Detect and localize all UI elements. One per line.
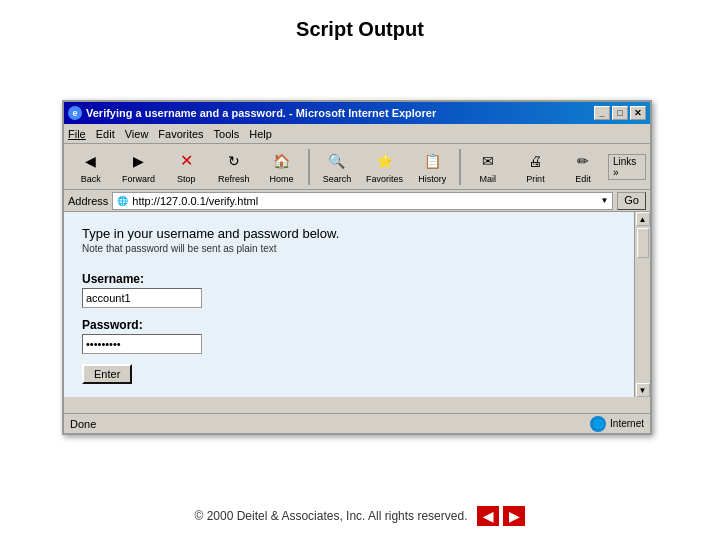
status-bar: Done 🌐 Internet — [64, 413, 650, 433]
copyright-text: © 2000 Deitel & Associates, Inc. All rig… — [195, 509, 468, 523]
toolbar-separator-2 — [459, 149, 461, 185]
prev-button[interactable]: ◀ — [477, 506, 499, 526]
back-button[interactable]: ◀ Back — [68, 147, 114, 187]
next-button[interactable]: ▶ — [503, 506, 525, 526]
home-icon: 🏠 — [270, 150, 292, 172]
address-input-wrap: 🌐 ▼ — [112, 192, 613, 210]
footer-nav: ◀ ▶ — [477, 506, 525, 526]
toolbar: ◀ Back ▶ Forward ✕ Stop ↻ Refresh 🏠 Home… — [64, 144, 650, 190]
stop-button[interactable]: ✕ Stop — [163, 147, 209, 187]
search-label: Search — [323, 174, 352, 184]
search-icon: 🔍 — [326, 150, 348, 172]
print-button[interactable]: 🖨 Print — [513, 147, 559, 187]
address-input[interactable] — [132, 195, 596, 207]
address-favicon: 🌐 — [117, 196, 128, 206]
home-label: Home — [269, 174, 293, 184]
menu-help[interactable]: Help — [249, 128, 272, 140]
refresh-icon: ↻ — [223, 150, 245, 172]
content-note: Note that password will be sent as plain… — [82, 243, 632, 254]
links-button[interactable]: Links » — [608, 154, 646, 180]
page-title: Script Output — [0, 0, 720, 51]
history-button[interactable]: 📋 History — [409, 147, 455, 187]
history-icon: 📋 — [421, 150, 443, 172]
search-button[interactable]: 🔍 Search — [314, 147, 360, 187]
menu-tools[interactable]: Tools — [214, 128, 240, 140]
scroll-thumb[interactable] — [637, 228, 649, 258]
address-dropdown-arrow[interactable]: ▼ — [600, 196, 608, 205]
back-label: Back — [81, 174, 101, 184]
print-label: Print — [526, 174, 545, 184]
stop-label: Stop — [177, 174, 196, 184]
mail-button[interactable]: ✉ Mail — [465, 147, 511, 187]
forward-button[interactable]: ▶ Forward — [116, 147, 162, 187]
links-area: Links » — [608, 154, 646, 180]
edit-button[interactable]: ✏ Edit — [560, 147, 606, 187]
footer: © 2000 Deitel & Associates, Inc. All rig… — [0, 506, 720, 526]
browser-icon: e — [68, 106, 82, 120]
favorites-icon: ⭐ — [374, 150, 396, 172]
status-zone: Internet — [610, 418, 644, 429]
mail-label: Mail — [479, 174, 496, 184]
status-right: 🌐 Internet — [590, 416, 644, 432]
forward-label: Forward — [122, 174, 155, 184]
menu-edit[interactable]: Edit — [96, 128, 115, 140]
refresh-button[interactable]: ↻ Refresh — [211, 147, 257, 187]
edit-label: Edit — [575, 174, 591, 184]
scroll-up-button[interactable]: ▲ — [636, 212, 650, 226]
refresh-label: Refresh — [218, 174, 250, 184]
print-icon: 🖨 — [524, 150, 546, 172]
browser-window: e Verifying a username and a password. -… — [62, 100, 652, 435]
toolbar-separator-1 — [308, 149, 310, 185]
maximize-button[interactable]: □ — [612, 106, 628, 120]
status-globe-icon: 🌐 — [590, 416, 606, 432]
edit-icon: ✏ — [572, 150, 594, 172]
scroll-down-button[interactable]: ▼ — [636, 383, 650, 397]
menu-favorites[interactable]: Favorites — [158, 128, 203, 140]
title-bar-buttons: _ □ ✕ — [594, 106, 646, 120]
window-title: Verifying a username and a password. - M… — [86, 107, 436, 119]
minimize-button[interactable]: _ — [594, 106, 610, 120]
address-bar: Address 🌐 ▼ Go — [64, 190, 650, 212]
mail-icon: ✉ — [477, 150, 499, 172]
menu-bar: File Edit View Favorites Tools Help — [64, 124, 650, 144]
home-button[interactable]: 🏠 Home — [259, 147, 305, 187]
title-bar-left: e Verifying a username and a password. -… — [68, 106, 436, 120]
menu-file[interactable]: File — [68, 128, 86, 140]
go-button[interactable]: Go — [617, 192, 646, 210]
address-label: Address — [68, 195, 108, 207]
title-bar: e Verifying a username and a password. -… — [64, 102, 650, 124]
favorites-button[interactable]: ⭐ Favorites — [362, 147, 408, 187]
back-icon: ◀ — [80, 150, 102, 172]
content-area: ▲ ▼ Type in your username and password b… — [64, 212, 650, 397]
password-input[interactable] — [82, 334, 202, 354]
favorites-label: Favorites — [366, 174, 403, 184]
menu-view[interactable]: View — [125, 128, 149, 140]
forward-icon: ▶ — [127, 150, 149, 172]
username-label: Username: — [82, 272, 632, 286]
password-label: Password: — [82, 318, 632, 332]
stop-icon: ✕ — [175, 150, 197, 172]
enter-button[interactable]: Enter — [82, 364, 132, 384]
username-input[interactable] — [82, 288, 202, 308]
status-text: Done — [70, 418, 96, 430]
form-section: Username: Password: Enter — [82, 272, 632, 384]
scrollbar: ▲ ▼ — [634, 212, 650, 397]
history-label: History — [418, 174, 446, 184]
close-button[interactable]: ✕ — [630, 106, 646, 120]
content-heading: Type in your username and password below… — [82, 226, 632, 241]
